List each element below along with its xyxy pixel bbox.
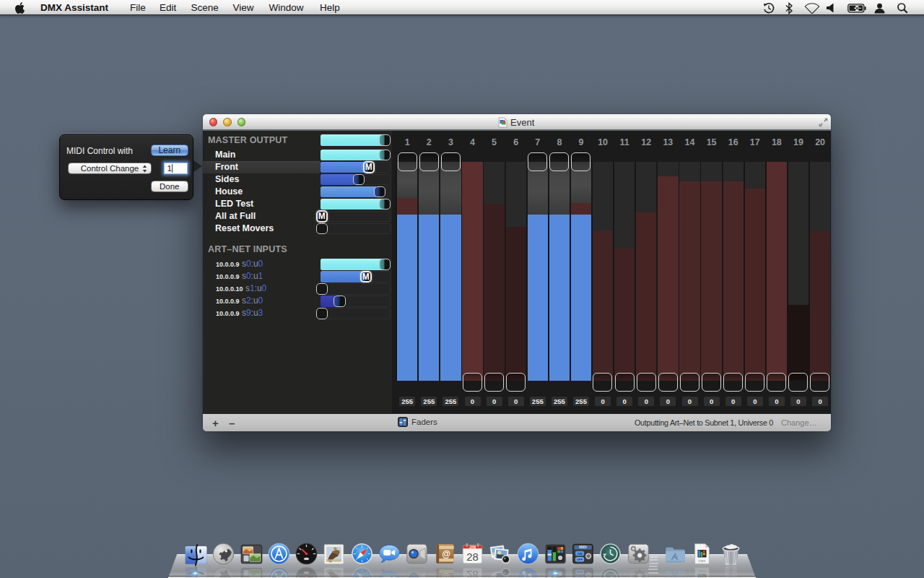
svg-text:28: 28 — [466, 551, 479, 562]
svg-text:ON: ON — [578, 551, 583, 555]
svg-text:JAN: JAN — [469, 545, 476, 548]
svg-text:OFF: OFF — [577, 570, 583, 574]
svg-text:DMX: DMX — [699, 558, 706, 562]
svg-text:MIDI: MIDI — [579, 545, 587, 549]
svg-text:@: @ — [442, 572, 450, 578]
svg-text:OFF: OFF — [577, 557, 583, 561]
svg-text:@: @ — [442, 549, 450, 559]
svg-text:DMX: DMX — [699, 569, 706, 573]
svg-text:28: 28 — [466, 569, 479, 578]
